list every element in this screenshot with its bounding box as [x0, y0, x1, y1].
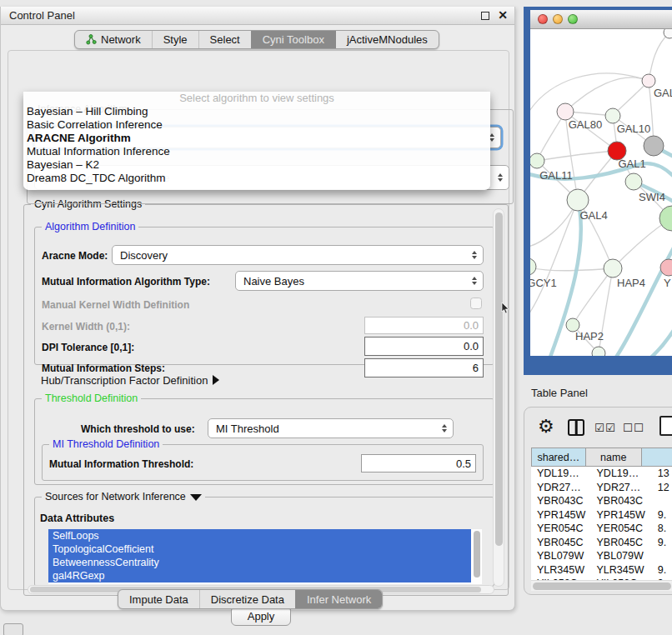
- table-cell: YDR27…: [531, 482, 591, 493]
- mi-algorithm-type-value: Naive Bayes: [243, 275, 304, 288]
- network-node-label: HAP4: [617, 277, 645, 289]
- tab-label: Select: [210, 33, 240, 46]
- table-panel: ⚙ ☑☑ ☐☐ shared… name YDL19…YDL19…13YDR27…: [524, 407, 672, 595]
- which-threshold-combobox[interactable]: MI Threshold: [208, 418, 454, 438]
- tab-impute-data[interactable]: Impute Data: [118, 590, 199, 608]
- algorithm-options-list: Bayesian – Hill ClimbingBasic Correlatio…: [23, 105, 490, 185]
- settings-vertical-scrollbar[interactable]: [493, 208, 504, 587]
- tab-select[interactable]: Select: [198, 31, 251, 48]
- algorithm-option[interactable]: Bayesian – K2: [23, 158, 490, 172]
- combobox-spinner-icon: [498, 173, 503, 182]
- attribute-list-item-selected[interactable]: BetweennessCentrality: [48, 556, 471, 569]
- network-node-label: GAL: [654, 87, 672, 99]
- network-node[interactable]: [625, 173, 642, 190]
- manual-kernel-width-label: Manual Kernel Width Definition: [42, 299, 189, 311]
- network-canvas[interactable]: GALGAL80GAL10GAL1GAL11SWI4GAL4GCY1HAP4YH…: [530, 29, 672, 356]
- hub-definition-expander[interactable]: Hub/Transcription Factor Definition: [41, 374, 219, 387]
- docked-panel-icon[interactable]: [3, 623, 23, 635]
- minimize-traffic-light-icon[interactable]: [553, 14, 563, 24]
- network-node[interactable]: [644, 136, 664, 156]
- table-cell: YBR043C: [591, 495, 652, 507]
- panel-title: Control Panel: [9, 9, 75, 22]
- table-row[interactable]: YER054CYER054C8.: [531, 522, 672, 536]
- dpi-tolerance-field[interactable]: 0.0: [364, 337, 484, 356]
- data-attributes-list[interactable]: SelfLoopsTopologicalCoefficientBetweenne…: [48, 529, 482, 584]
- group-title: Threshold Definition: [42, 392, 141, 404]
- table-cell: YBR045C: [591, 537, 652, 548]
- network-node[interactable]: [592, 347, 605, 356]
- data-attributes-label: Data Attributes: [40, 512, 114, 524]
- close-traffic-light-icon[interactable]: [538, 14, 548, 24]
- table-panel-title: Table Panel: [524, 382, 672, 403]
- mi-algorithm-type-combobox[interactable]: Naive Bayes: [235, 271, 484, 291]
- attribute-list-item-selected[interactable]: TopologicalCoefficient: [48, 542, 471, 556]
- tab-network[interactable]: Network: [75, 31, 152, 48]
- zoom-traffic-light-icon[interactable]: [568, 14, 578, 24]
- gear-icon[interactable]: ⚙: [538, 418, 554, 436]
- algorithm-option[interactable]: Bayesian – Hill Climbing: [23, 105, 490, 118]
- manual-kernel-width-checkbox[interactable]: [470, 298, 482, 309]
- kernel-width-label: Kernel Width (0,1):: [42, 321, 130, 332]
- network-node[interactable]: [642, 74, 655, 88]
- network-node[interactable]: [530, 258, 536, 275]
- cyni-algorithm-settings-group: Cyni Algorithm Settings Algorithm Defini…: [23, 204, 509, 596]
- network-node[interactable]: [604, 259, 622, 278]
- network-node-label: Y: [664, 277, 671, 289]
- attribute-list-item-selected[interactable]: gal4RGexp: [48, 569, 471, 582]
- tab-cyni-toolbox[interactable]: Cyni Toolbox: [251, 31, 335, 48]
- attribute-list-item-selected[interactable]: SelfLoops: [48, 529, 471, 542]
- network-node[interactable]: [605, 108, 620, 123]
- table-row[interactable]: YPR145WYPR145W9.: [531, 508, 672, 522]
- network-node[interactable]: [530, 153, 544, 168]
- tab-jactivemnodules[interactable]: jActiveMNodules: [335, 31, 439, 48]
- table-horizontal-scrollbar[interactable]: [531, 580, 672, 591]
- attributes-scrollbar[interactable]: [472, 529, 481, 584]
- algorithm-option[interactable]: Dream8 DC_TDC Algorithm: [23, 172, 490, 185]
- column-header-name[interactable]: name: [586, 448, 642, 467]
- algorithm-option[interactable]: ARACNE Algorithm: [23, 132, 490, 145]
- unchecked-pair-icon[interactable]: ☐☐: [623, 421, 644, 434]
- float-window-icon[interactable]: [481, 12, 489, 20]
- dropdown-placeholder: Select algorithm to view settings: [23, 92, 490, 105]
- close-icon[interactable]: ✕: [498, 8, 508, 22]
- network-node[interactable]: [567, 189, 589, 211]
- algorithm-option[interactable]: Basic Correlation Inference: [23, 118, 490, 132]
- table-row[interactable]: YDL19…YDL19…13: [531, 467, 672, 481]
- group-title: Sources for Network Inference: [45, 491, 186, 502]
- network-node[interactable]: [659, 206, 672, 231]
- mi-steps-label: Mutual Information Steps:: [42, 362, 165, 374]
- tab-label: jActiveMNodules: [347, 33, 428, 46]
- kernel-width-field[interactable]: 0.0: [364, 317, 484, 334]
- table-row[interactable]: YBR043CYBR043C: [531, 494, 672, 508]
- tab-style[interactable]: Style: [152, 31, 198, 48]
- table-cell: 9.: [652, 564, 672, 576]
- split-columns-icon[interactable]: [568, 419, 584, 436]
- column-header-clipped[interactable]: [642, 448, 672, 467]
- sources-expander[interactable]: Sources for Network Inference: [42, 491, 205, 502]
- tab-label: Cyni Toolbox: [263, 33, 324, 46]
- network-node[interactable]: [557, 103, 574, 120]
- tab-discretize-data[interactable]: Discretize Data: [199, 590, 295, 608]
- network-node-label: GAL4: [579, 209, 607, 222]
- mi-threshold-label: Mutual Information Threshold:: [49, 458, 193, 470]
- network-edge: [530, 73, 649, 118]
- network-node-label: SWI4: [639, 191, 665, 203]
- table-row[interactable]: YLR345WYLR345W9.: [531, 563, 672, 578]
- column-header-shared-name[interactable]: shared…: [531, 448, 586, 467]
- dpi-tolerance-value: 0.0: [464, 340, 479, 352]
- tab-infer-network[interactable]: Infer Network: [295, 590, 382, 608]
- table-row[interactable]: YBL079WYBL079W: [531, 549, 672, 563]
- table-cell: YER054C: [531, 522, 591, 534]
- algorithm-option[interactable]: Mutual Information Inference: [23, 145, 490, 158]
- checked-pair-icon[interactable]: ☑☑: [594, 421, 616, 434]
- group-title: Algorithm Definition: [42, 221, 138, 232]
- tab-label: Network: [101, 33, 141, 46]
- new-document-icon[interactable]: [659, 416, 672, 436]
- network-node-label: GAL1: [618, 158, 645, 170]
- table-cell: 9.: [652, 537, 672, 548]
- table-row[interactable]: YDR27…YDR27…12: [531, 481, 672, 495]
- mi-steps-field[interactable]: 6: [364, 358, 484, 378]
- mi-threshold-field[interactable]: 0.5: [361, 454, 476, 472]
- aracne-mode-combobox[interactable]: Discovery: [112, 245, 484, 265]
- table-row[interactable]: YBR045CYBR045C9.: [531, 536, 672, 550]
